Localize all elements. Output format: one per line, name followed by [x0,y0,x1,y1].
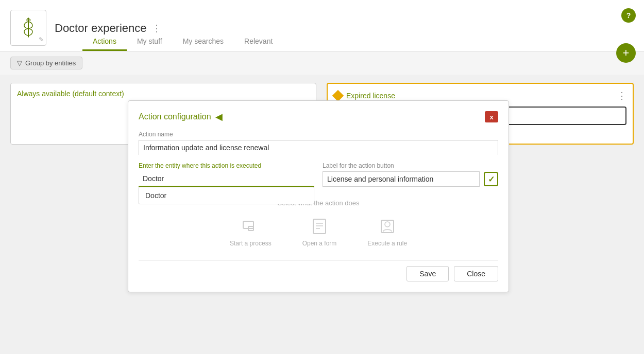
panel-arrow-icon: ◀ [215,111,223,122]
tab-my-searches[interactable]: My searches [173,33,234,51]
open-form-label: Open a form [302,240,337,247]
save-button[interactable]: Save [406,266,449,281]
action-name-label: Action name [139,131,498,138]
tab-my-stuff[interactable]: My stuff [127,33,173,51]
execute-rule-icon [377,216,398,237]
entity-dropdown: Doctor [139,187,314,204]
open-form-option[interactable]: Open a form [302,216,337,247]
execute-rule-option[interactable]: Execute a rule [367,216,407,247]
label-row: Label for the action button ✓ [323,162,498,187]
logo-edit-icon[interactable]: ✎ [39,36,44,43]
diamond-icon [332,90,344,102]
entity-input[interactable] [139,171,314,187]
label-for-action-label: Label for the action button [323,162,498,169]
svg-point-13 [385,222,390,227]
action-name-input[interactable] [139,140,498,155]
expired-box-title: Expired license [334,92,395,100]
label-input-wrap: ✓ [323,171,498,187]
execute-rule-label: Execute a rule [367,240,407,247]
svg-marker-1 [27,17,30,19]
add-button[interactable]: + [616,43,636,63]
start-process-option[interactable]: Start a process [230,216,272,247]
tab-actions[interactable]: Actions [82,33,127,51]
panel-close-button[interactable]: x [485,111,498,122]
panel-title-text: Action configuration [139,112,211,121]
top-bar: Back ✎ Doctor experience ⋮ Actions My st… [0,0,644,51]
label-input[interactable] [323,171,480,187]
config-panel: Action configuration ◀ x Action name Ent… [128,100,509,292]
open-form-icon [309,216,330,237]
checkmark-icon: ✓ [488,174,495,184]
caduceus-icon [18,17,39,38]
filter-bar: ▽ Group by entities [0,51,644,75]
more-options-icon[interactable]: ⋮ [152,23,161,34]
close-button[interactable]: Close [454,266,498,281]
start-process-icon [240,216,261,237]
group-by-label: Group by entities [25,59,76,67]
group-by-entities-button[interactable]: ▽ Group by entities [10,57,82,69]
start-process-label: Start a process [230,240,272,247]
expired-box-header: Expired license ⋮ [334,90,626,101]
entity-input-wrap: Doctor [139,171,314,187]
app-logo: ✎ [10,10,46,46]
panel-footer: Save Close [139,260,498,281]
two-col-row: Enter the entity where this action is ex… [139,162,498,194]
filter-icon: ▽ [17,59,22,67]
help-button[interactable]: ? [621,8,636,23]
confirm-label-button[interactable]: ✓ [484,172,498,186]
entity-row: Enter the entity where this action is ex… [139,162,314,187]
action-options: Start a process Open a form [139,211,498,252]
dropdown-item-doctor[interactable]: Doctor [139,187,314,204]
tab-relevant[interactable]: Relevant [234,33,283,51]
svg-rect-8 [313,219,326,234]
always-available-title: Always available (default context) [17,90,310,98]
panel-title: Action configuration ◀ [139,111,223,122]
expired-more-icon[interactable]: ⋮ [617,90,626,101]
tabs-nav: Actions My stuff My searches Relevant [82,33,283,51]
action-name-row: Action name [139,131,498,155]
entity-label: Enter the entity where this action is ex… [139,162,314,169]
panel-header: Action configuration ◀ x [139,111,498,122]
